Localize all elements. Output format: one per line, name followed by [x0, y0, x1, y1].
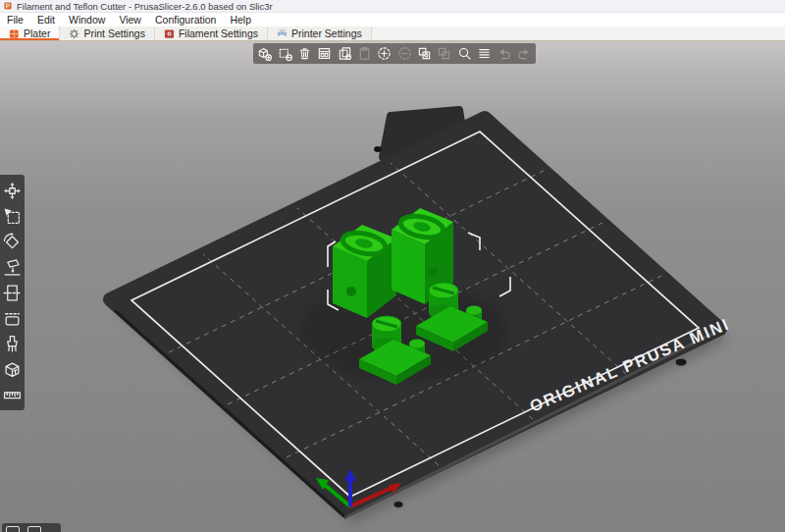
- gizmo-paint-on-supports-button[interactable]: [0, 305, 25, 331]
- toolbar-undo-button: [496, 45, 513, 63]
- toolbar-redo-button: [515, 45, 533, 63]
- object-toolbar: [253, 43, 536, 64]
- tab-plater[interactable]: Plater: [0, 27, 60, 40]
- tab-filament-settings[interactable]: Filament Settings: [155, 27, 268, 40]
- toolbar-paste-button: [356, 45, 374, 63]
- titlebar: Filament and Teflon Cutter - PrusaSlicer…: [0, 0, 785, 13]
- gizmo-text-emboss-button[interactable]: [0, 356, 25, 382]
- tab-label: Printer Settings: [291, 27, 362, 39]
- gizmo-move-button[interactable]: [0, 178, 25, 203]
- toolbar-split-to-objects-button[interactable]: [416, 45, 434, 63]
- plater-icon: [9, 28, 20, 39]
- toolbar-search-button[interactable]: [455, 45, 473, 63]
- gizmo-toolbar: [0, 175, 25, 410]
- menu-window[interactable]: Window: [62, 13, 112, 27]
- window-title: Filament and Teflon Cutter - PrusaSlicer…: [17, 1, 273, 12]
- filament-spool-icon: [164, 28, 175, 39]
- menu-configuration[interactable]: Configuration: [148, 13, 223, 27]
- clipped-icon-left[interactable]: [6, 526, 20, 532]
- gizmo-rotate-button[interactable]: [0, 229, 25, 254]
- printer-icon: [277, 28, 288, 39]
- gizmo-cut-button[interactable]: [0, 280, 25, 305]
- clipped-icon-right[interactable]: [27, 526, 41, 532]
- menu-help[interactable]: Help: [223, 13, 258, 27]
- toolbar-variable-layer-height-button[interactable]: [476, 45, 494, 63]
- tabbar: Plater Print Settings Filament Settings: [0, 27, 785, 41]
- menubar: File Edit Window View Configuration Help: [0, 13, 785, 27]
- toolbar-copy-button[interactable]: [336, 45, 353, 63]
- tab-label: Filament Settings: [179, 27, 258, 39]
- toolbar-arrange-button[interactable]: [316, 45, 334, 63]
- menu-file[interactable]: File: [0, 13, 30, 27]
- toolbar-remove-instance-button: [395, 45, 413, 63]
- gizmo-scale-button[interactable]: [0, 203, 25, 229]
- bottom-toolbar: [2, 523, 61, 532]
- tab-printer-settings[interactable]: Printer Settings: [268, 27, 372, 40]
- tab-label: Print Settings: [83, 27, 144, 39]
- toolbar-add-instance-button[interactable]: [376, 45, 393, 63]
- scene-canvas[interactable]: ORIGINAL PRUSA MINI: [0, 41, 785, 532]
- toolbar-delete-button[interactable]: [276, 45, 293, 63]
- toolbar-delete-all-button[interactable]: [296, 45, 314, 63]
- tab-label: Plater: [24, 27, 50, 39]
- menu-edit[interactable]: Edit: [30, 13, 62, 27]
- toolbar-add-button[interactable]: [256, 45, 274, 63]
- gizmo-measure-button[interactable]: [0, 382, 25, 407]
- menu-view[interactable]: View: [112, 13, 148, 27]
- app-window: Filament and Teflon Cutter - PrusaSlicer…: [0, 0, 785, 532]
- gear-icon: [69, 28, 79, 39]
- prusaslicer-logo-icon: [4, 2, 12, 10]
- gizmo-seam-painting-button[interactable]: [0, 331, 25, 356]
- 3d-viewport[interactable]: ORIGINAL PRUSA MINI: [0, 41, 785, 532]
- tab-print-settings[interactable]: Print Settings: [60, 27, 154, 40]
- gizmo-place-on-face-button[interactable]: [0, 254, 25, 280]
- toolbar-split-to-parts-button: [436, 45, 453, 63]
